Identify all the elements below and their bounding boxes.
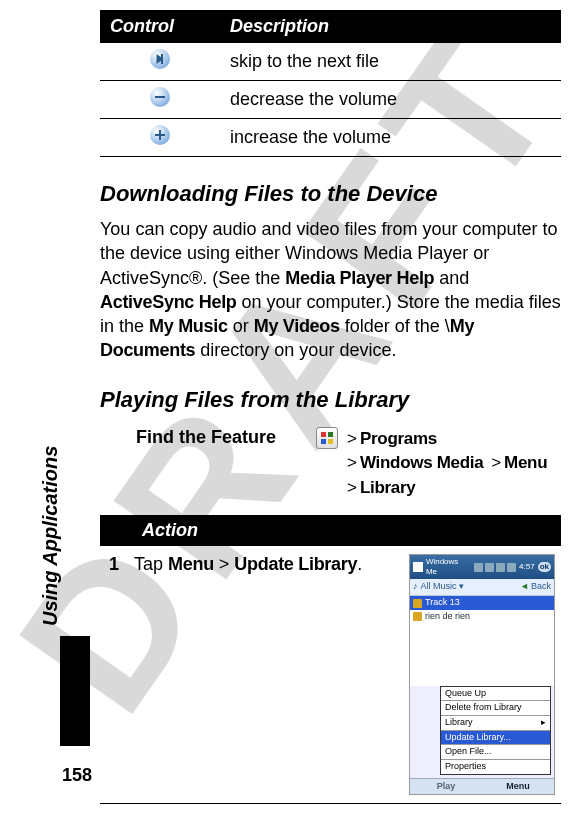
find-the-feature: Find the Feature >Programs >Windows Medi… <box>136 427 561 501</box>
text: . <box>357 554 362 574</box>
shot-spacer <box>410 624 554 686</box>
text: > <box>214 554 235 574</box>
chevron-right: > <box>344 429 360 448</box>
step-update-library: Update Library <box>234 554 357 574</box>
tray-icon <box>474 563 483 572</box>
start-icon <box>316 427 338 449</box>
softkey-play[interactable]: Play <box>410 779 482 795</box>
minus-icon <box>150 87 170 107</box>
shot-tray <box>474 563 516 572</box>
text: Tap <box>134 554 168 574</box>
ok-button[interactable]: ok <box>538 562 551 572</box>
track-label: rien de rien <box>425 611 470 623</box>
skip-icon <box>150 49 170 69</box>
table-row: 1 Tap Menu > Update Library. Windows Me <box>100 546 561 804</box>
plus-icon <box>150 125 170 145</box>
shot-toolbar: ♪ All Music ▾ ◄ Back <box>410 579 554 596</box>
find-feature-label: Find the Feature <box>136 427 316 448</box>
action-header: Action <box>100 515 561 546</box>
controls-header-description: Description <box>220 10 561 43</box>
activesync-help: ActiveSync Help <box>100 292 237 312</box>
action-table: Action 1 Tap Menu > Update Library. Wind… <box>100 515 561 805</box>
path-programs: Programs <box>360 429 437 448</box>
list-item[interactable]: Track 13 <box>410 596 554 610</box>
softkey-menu[interactable]: Menu <box>482 779 554 795</box>
shot-time: 4:57 <box>519 562 535 572</box>
chevron-right: > <box>488 453 504 472</box>
path-menu: Menu <box>504 453 547 472</box>
section-heading-downloading: Downloading Files to the Device <box>100 181 561 207</box>
shot-title: Windows Me <box>426 557 471 578</box>
sidebar-section-label: Using Applications <box>39 446 62 626</box>
dropdown-icon[interactable]: ▾ <box>459 581 464 593</box>
step-instruction: Tap Menu > Update Library. <box>128 546 403 804</box>
shot-softkeys: Play Menu <box>410 778 554 795</box>
text: folder of the \ <box>340 316 450 336</box>
submenu-arrow-icon: ▸ <box>541 717 546 729</box>
page-number: 158 <box>62 765 92 786</box>
shot-track-list: Track 13 rien de rien <box>410 596 554 623</box>
sidebar-marker <box>60 636 90 746</box>
back-arrow-icon: ◄ <box>520 581 529 593</box>
menu-label: Library <box>445 717 473 729</box>
menu-item-queue[interactable]: Queue Up <box>441 687 550 702</box>
tray-icon <box>507 563 516 572</box>
text: directory on your device. <box>195 340 396 360</box>
menu-item-open-file[interactable]: Open File... <box>441 745 550 760</box>
table-row: decrease the volume <box>100 81 561 119</box>
list-item[interactable]: rien de rien <box>410 610 554 624</box>
chevron-right: > <box>344 478 360 497</box>
path-library: Library <box>360 478 416 497</box>
my-music: My Music <box>149 316 228 336</box>
controls-table: Control Description skip to the next fil… <box>100 10 561 157</box>
my-videos: My Videos <box>254 316 340 336</box>
control-desc: decrease the volume <box>220 81 561 119</box>
controls-header-control: Control <box>100 10 220 43</box>
shot-category[interactable]: All Music <box>421 581 457 593</box>
back-button[interactable]: ◄ Back <box>520 581 551 593</box>
step-menu: Menu <box>168 554 214 574</box>
section-heading-playing: Playing Files from the Library <box>100 387 561 413</box>
step-number: 1 <box>100 546 128 804</box>
text: and <box>434 268 469 288</box>
table-row: skip to the next file <box>100 43 561 81</box>
path-windows-media: Windows Media <box>360 453 483 472</box>
back-label: Back <box>531 581 551 593</box>
device-screenshot: Windows Me 4:57 ok <box>409 554 555 796</box>
music-note-icon: ♪ <box>413 581 418 593</box>
shot-context-menu: Queue Up Delete from Library Library ▸ U… <box>440 686 551 775</box>
control-desc: skip to the next file <box>220 43 561 81</box>
track-label: Track 13 <box>425 597 460 609</box>
track-icon <box>413 599 422 608</box>
chevron-right: > <box>344 453 360 472</box>
menu-item-library[interactable]: Library ▸ <box>441 716 550 731</box>
control-desc: increase the volume <box>220 119 561 157</box>
menu-item-update-library[interactable]: Update Library... <box>441 731 550 746</box>
windows-logo-icon <box>413 562 423 572</box>
shot-titlebar: Windows Me 4:57 ok <box>410 555 554 580</box>
downloading-paragraph: You can copy audio and video files from … <box>100 217 561 363</box>
track-icon <box>413 612 422 621</box>
menu-item-delete[interactable]: Delete from Library <box>441 701 550 716</box>
tray-icon <box>496 563 505 572</box>
text: or <box>228 316 254 336</box>
menu-item-properties[interactable]: Properties <box>441 760 550 774</box>
navigation-path: >Programs >Windows Media >Menu >Library <box>344 427 547 501</box>
table-row: increase the volume <box>100 119 561 157</box>
media-player-help: Media Player Help <box>285 268 434 288</box>
tray-icon <box>485 563 494 572</box>
